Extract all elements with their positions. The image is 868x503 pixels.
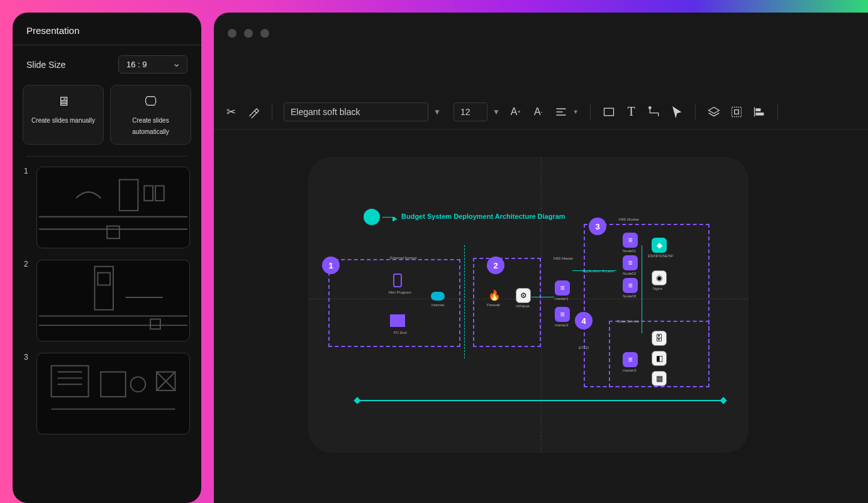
create-auto-button[interactable]: 🖵 Create slides automatically	[110, 85, 191, 145]
label-internet: Internet	[431, 303, 444, 307]
connector-line	[572, 270, 616, 271]
divider	[26, 156, 187, 157]
thumb-number: 1	[24, 167, 31, 175]
cut-icon[interactable]: ✂	[224, 105, 238, 119]
text-icon[interactable]: T	[625, 105, 638, 119]
slide-size-label: Slide Size	[26, 60, 65, 70]
svg-point-12	[648, 106, 650, 108]
monitor-icon	[390, 314, 405, 327]
svg-rect-1	[144, 186, 153, 201]
label-k8s-master: K8S Master	[554, 257, 573, 260]
label-node01: Node01	[623, 249, 636, 253]
thumb-number: 2	[24, 260, 31, 268]
label-master2: master2	[555, 323, 569, 327]
label-pc-end: PC End	[394, 331, 407, 334]
sidebar-title: Presentation	[23, 25, 191, 36]
timeline-bar[interactable]	[357, 400, 723, 401]
server-icon: ≡	[555, 307, 570, 322]
separator	[777, 104, 778, 119]
label-etcd: ETCD	[579, 346, 589, 350]
cloud-icon	[431, 292, 445, 301]
monitor-auto-icon: 🖵	[114, 94, 187, 109]
rectangle-icon[interactable]	[602, 105, 616, 119]
svg-rect-13	[732, 107, 741, 116]
svg-rect-3	[107, 226, 120, 239]
label-master3: master3	[623, 368, 637, 372]
window-maximize-icon[interactable]	[260, 29, 269, 38]
svg-point-9	[131, 377, 146, 392]
chevron-down-icon[interactable]: ▼	[433, 108, 441, 116]
monitor-plus-icon: 🖥	[27, 94, 99, 109]
service-icon: ◧	[652, 351, 667, 366]
slide-thumb-2[interactable]	[36, 260, 190, 341]
label-app-access: Application Access	[582, 269, 614, 273]
connector-icon[interactable]	[647, 105, 661, 119]
firewall-icon: 🔥	[488, 289, 501, 301]
phone-icon	[393, 274, 402, 287]
svg-rect-5	[97, 273, 110, 285]
chevron-down-icon[interactable]: ▼	[573, 109, 579, 115]
cube-icon: ◆	[652, 238, 667, 253]
slide-canvas[interactable]: ▶ Budget System Deployment Architecture …	[308, 157, 748, 453]
label-external-access: External Access	[390, 256, 417, 260]
svg-rect-7	[52, 366, 89, 397]
font-size-select[interactable]: 12	[453, 102, 487, 121]
separator	[695, 104, 696, 119]
svg-rect-11	[604, 108, 613, 116]
svg-rect-6	[150, 319, 160, 329]
toolbar: ✂ Elegant soft black ▼ 12 ▼ A+ A- ▼ T	[214, 94, 868, 130]
service-icon: ▦	[652, 371, 667, 386]
label-k8s-worker: K8S Worker	[619, 218, 639, 221]
create-manual-button[interactable]: 🖥 Create slides manually	[23, 85, 104, 145]
label-vip-ha: VIP&HA	[516, 304, 530, 308]
nginx-icon: ◉	[652, 270, 667, 285]
thumb-row: 1	[24, 167, 190, 248]
server-icon: ≡	[623, 352, 638, 367]
connector-line	[642, 245, 642, 333]
svg-rect-8	[101, 372, 125, 397]
layers-icon[interactable]	[707, 105, 721, 119]
group-network[interactable]	[473, 258, 541, 347]
server-icon: ≡	[623, 233, 638, 248]
create-buttons: 🖥 Create slides manually 🖵 Create slides…	[23, 85, 191, 145]
database-icon: 🗄	[652, 331, 667, 346]
server-icon: ≡	[623, 255, 638, 270]
slide-thumbnails: 1 2 3	[23, 167, 191, 434]
badge-4: 4	[575, 312, 593, 329]
window-minimize-icon[interactable]	[244, 29, 253, 38]
format-painter-icon[interactable]	[247, 105, 260, 119]
slide-thumb-3[interactable]	[36, 353, 190, 434]
label-data-service: Data Service	[618, 319, 639, 323]
decrease-font-icon[interactable]: A-	[531, 105, 545, 119]
divider	[13, 45, 201, 45]
svg-rect-14	[734, 109, 738, 114]
slide-size-select[interactable]: 16 : 9	[118, 55, 187, 74]
slide-thumb-1[interactable]	[36, 167, 190, 248]
separator	[272, 104, 272, 119]
create-manual-label: Create slides manually	[31, 117, 95, 124]
align-objects-icon[interactable]	[752, 105, 766, 119]
chevron-down-icon[interactable]: ▼	[492, 108, 500, 116]
svg-rect-15	[756, 109, 760, 111]
sidebar: Presentation Slide Size 16 : 9 🖥 Create …	[13, 13, 201, 503]
font-name-select[interactable]: Elegant soft black	[284, 102, 428, 121]
group-icon[interactable]	[730, 105, 743, 119]
window-close-icon[interactable]	[228, 29, 236, 38]
create-auto-label: Create slides automatically	[132, 117, 169, 135]
guide-line	[541, 157, 542, 453]
svg-rect-0	[120, 180, 138, 211]
label-nginx: Nginx	[653, 287, 662, 290]
label-node03: Node03	[623, 294, 636, 298]
connector-line	[531, 297, 554, 297]
vip-ha-icon: ⚙	[516, 288, 531, 303]
pointer-icon[interactable]	[670, 105, 684, 119]
title-dot-icon	[364, 209, 380, 225]
svg-rect-2	[155, 186, 164, 201]
increase-font-icon[interactable]: A+	[509, 105, 523, 119]
align-icon[interactable]	[554, 105, 568, 119]
thumb-row: 2	[24, 260, 190, 341]
label-es-ms: ES/NFS/SE/SF	[648, 254, 674, 258]
badge-1: 1	[322, 257, 340, 274]
label-firewall: Firewall	[487, 303, 500, 307]
window-controls	[228, 29, 269, 38]
